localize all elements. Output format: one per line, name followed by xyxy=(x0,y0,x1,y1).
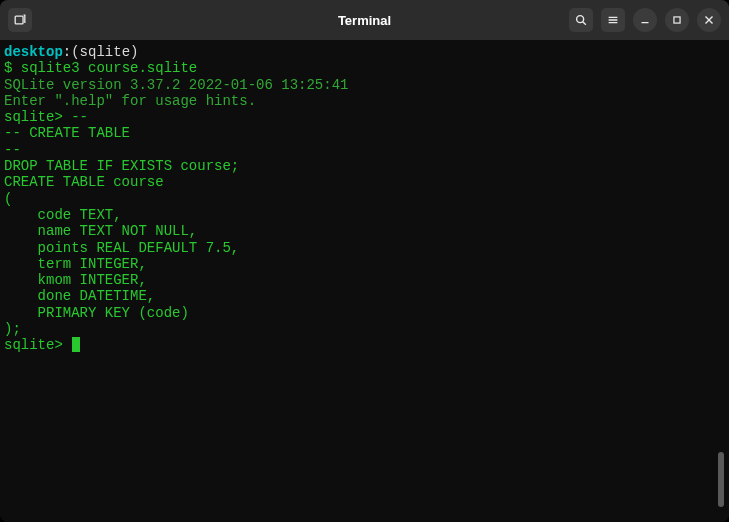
sql-line: -- CREATE TABLE xyxy=(4,125,725,141)
sql-text: -- xyxy=(71,109,88,125)
new-tab-icon xyxy=(13,13,27,27)
sql-line: sqlite> -- xyxy=(4,109,725,125)
menu-icon xyxy=(606,13,620,27)
svg-rect-2 xyxy=(674,17,680,23)
prompt-line: desktop:(sqlite) xyxy=(4,44,725,60)
maximize-button[interactable] xyxy=(665,8,689,32)
scrollbar-thumb[interactable] xyxy=(718,452,724,507)
sqlite-prompt-line: sqlite> xyxy=(4,337,725,353)
maximize-icon xyxy=(670,13,684,27)
minimize-button[interactable] xyxy=(633,8,657,32)
sql-line: done DATETIME, xyxy=(4,288,725,304)
close-icon xyxy=(702,13,716,27)
sql-line: PRIMARY KEY (code) xyxy=(4,305,725,321)
window-title: Terminal xyxy=(338,13,391,28)
sql-line: kmom INTEGER, xyxy=(4,272,725,288)
sql-line: code TEXT, xyxy=(4,207,725,223)
cursor xyxy=(72,337,80,352)
command-line: $ sqlite3 course.sqlite xyxy=(4,60,725,76)
sql-line: CREATE TABLE course xyxy=(4,174,725,190)
sql-line: -- xyxy=(4,142,725,158)
sql-line: DROP TABLE IF EXISTS course; xyxy=(4,158,725,174)
svg-point-1 xyxy=(577,16,584,23)
sql-line: name TEXT NOT NULL, xyxy=(4,223,725,239)
sql-line: term INTEGER, xyxy=(4,256,725,272)
terminal-body[interactable]: desktop:(sqlite) $ sqlite3 course.sqlite… xyxy=(0,40,729,522)
search-icon xyxy=(574,13,588,27)
new-tab-button[interactable] xyxy=(8,8,32,32)
search-button[interactable] xyxy=(569,8,593,32)
minimize-icon xyxy=(638,13,652,27)
prompt-path: (sqlite) xyxy=(71,44,138,60)
close-button[interactable] xyxy=(697,8,721,32)
prompt-host: desktop xyxy=(4,44,63,60)
output-hint: Enter ".help" for usage hints. xyxy=(4,93,725,109)
titlebar: Terminal xyxy=(0,0,729,40)
sql-line: ( xyxy=(4,191,725,207)
sqlite-prompt: sqlite> xyxy=(4,109,71,125)
entered-command: sqlite3 course.sqlite xyxy=(21,60,197,76)
sql-line: points REAL DEFAULT 7.5, xyxy=(4,240,725,256)
sql-line: ); xyxy=(4,321,725,337)
output-version: SQLite version 3.37.2 2022-01-06 13:25:4… xyxy=(4,77,725,93)
svg-rect-0 xyxy=(15,16,23,24)
menu-button[interactable] xyxy=(601,8,625,32)
terminal-window: Terminal xyxy=(0,0,729,522)
sqlite-prompt: sqlite> xyxy=(4,337,71,353)
